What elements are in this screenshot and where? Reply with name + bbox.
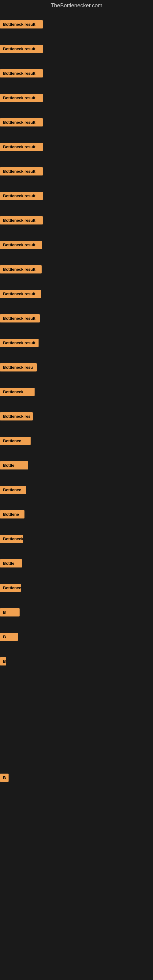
bottleneck-badge[interactable]: Bottlenec (0, 584, 21, 592)
list-item[interactable]: Bottleneck result (0, 306, 153, 331)
bottleneck-badge[interactable]: Bottleneck result (0, 69, 43, 78)
list-item[interactable]: B (0, 600, 153, 624)
bottleneck-badge[interactable]: Bottleneck result (0, 314, 40, 323)
list-item[interactable]: B (0, 624, 153, 649)
list-item[interactable]: Bottleneck (0, 379, 153, 404)
bottleneck-badge[interactable]: Bottleneck resu (0, 363, 37, 371)
bottleneck-badge[interactable]: Bottleneck result (0, 94, 43, 102)
bottleneck-badge[interactable]: Bottleneck result (0, 216, 43, 224)
gap-section-2 (0, 790, 153, 897)
list-item[interactable]: Bottleneck result (0, 134, 153, 159)
list-item[interactable]: Bottleneck result (0, 12, 153, 37)
bottleneck-badge[interactable]: Bottlenec (0, 437, 30, 445)
bottleneck-badge[interactable]: Bottleneck result (0, 339, 38, 347)
list-item[interactable]: Bottle (0, 453, 153, 477)
page-wrapper: TheBottlenecker.com Bottleneck resultBot… (0, 0, 153, 980)
list-item[interactable]: Bottlenec (0, 576, 153, 600)
list-item[interactable]: Bottleneck r (0, 527, 153, 551)
list-item[interactable]: Bottleneck resu (0, 355, 153, 379)
list-item[interactable]: B (0, 649, 153, 673)
list-item[interactable]: Bottleneck res (0, 404, 153, 428)
bottleneck-badge[interactable]: Bottleneck result (0, 241, 42, 249)
list-item[interactable]: Bottleneck result (0, 37, 153, 61)
bottleneck-badge[interactable]: Bottleneck result (0, 265, 41, 274)
list-item[interactable]: Bottlenec (0, 477, 153, 502)
list-item[interactable]: Bottleneck result (0, 232, 153, 257)
bottleneck-badge[interactable]: Bottleneck result (0, 167, 43, 175)
bottleneck-badge[interactable]: Bottleneck res (0, 412, 33, 420)
bottleneck-badge[interactable]: B (0, 657, 6, 665)
bottleneck-badge[interactable]: Bottleneck r (0, 535, 23, 543)
bottleneck-badge[interactable]: B (0, 608, 19, 616)
bottleneck-badge[interactable]: Bottleneck (0, 388, 35, 396)
bottleneck-badge[interactable]: Bottleneck result (0, 20, 43, 29)
list-item[interactable]: Bottlenec (0, 428, 153, 453)
gap-section-3 (0, 897, 153, 980)
bottleneck-badge[interactable]: Bottleneck result (0, 45, 43, 53)
list-item[interactable]: Bottleneck result (0, 331, 153, 355)
list-item[interactable]: Bottleneck result (0, 257, 153, 282)
bottleneck-badge[interactable]: Bottle (0, 461, 28, 469)
bottleneck-badge[interactable]: Bottleneck result (0, 143, 43, 151)
list-item[interactable]: Bottleneck result (0, 282, 153, 306)
list-item[interactable]: Bottleneck result (0, 86, 153, 110)
bottleneck-badge[interactable]: B (0, 633, 18, 641)
list-item[interactable]: Bottleneck result (0, 110, 153, 134)
bottleneck-badge[interactable]: B (0, 773, 9, 782)
bottleneck-badge[interactable]: Bottlenec (0, 486, 26, 494)
bottleneck-badge[interactable]: Bottleneck result (0, 290, 41, 298)
bottleneck-badge[interactable]: Bottlene (0, 510, 24, 519)
list-item[interactable]: Bottlene (0, 502, 153, 527)
list-item[interactable]: Bottleneck result (0, 61, 153, 86)
site-title: TheBottlenecker.com (0, 0, 153, 12)
bottleneck-last-item[interactable]: B (0, 765, 153, 790)
bottleneck-badge[interactable]: Bottleneck result (0, 192, 43, 200)
gap-section-1 (0, 673, 153, 765)
list-item[interactable]: B (0, 765, 153, 790)
list-item[interactable]: Bottleneck result (0, 208, 153, 232)
list-item[interactable]: Bottleneck result (0, 159, 153, 183)
bottleneck-badge[interactable]: Bottleneck result (0, 118, 43, 126)
bottleneck-badge[interactable]: Bottle (0, 559, 22, 568)
bottleneck-list: Bottleneck resultBottleneck resultBottle… (0, 12, 153, 673)
list-item[interactable]: Bottleneck result (0, 183, 153, 208)
list-item[interactable]: Bottle (0, 551, 153, 576)
